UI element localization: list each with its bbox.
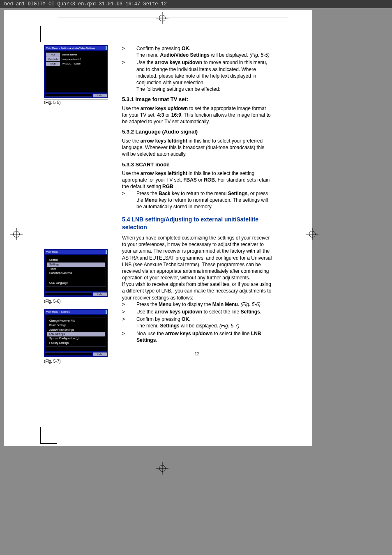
menu-item: Change Receiver PIN — [47, 319, 105, 323]
osd-title: Main Menu ▸ Settings ▸ Audio/Video Setti… — [45, 46, 107, 50]
figure-rule — [44, 298, 108, 298]
heading-5-3-1: 5.3.1 Image format TV set: — [122, 96, 272, 103]
registration-mark-bottom — [156, 462, 168, 474]
bullet-marker: > — [122, 190, 136, 210]
osd-row: RGB TV SCART Mode — [46, 62, 106, 66]
osd-help-label: Help — [93, 94, 107, 97]
bullet-item: > Press the Menu key to display the Main… — [122, 301, 272, 308]
file-header-bar: bed_an1_DIGITY CI_Quark3_en.qxd 31.01.03… — [0, 0, 392, 8]
bullet-marker: > — [122, 330, 136, 343]
bullet-item: > Use the arrow keys up/down to select t… — [122, 309, 272, 315]
osd-help-label: Help — [93, 352, 107, 356]
paragraph: Use the arrow keys up/down to set the ap… — [122, 105, 272, 125]
osd-help-label: Help — [93, 292, 107, 296]
osd-label: Language (audio) — [62, 57, 81, 61]
osd-footer-bar — [45, 352, 92, 355]
bullet-text: Confirm by pressing OK. The menu Setting… — [136, 316, 272, 329]
osd-label: Screen format — [62, 53, 77, 57]
osd-fig-5-7: Main Menu ▸ Settings Change Receiver PIN… — [44, 309, 108, 357]
paragraph: When you have completed customizing the … — [122, 235, 272, 281]
menu-item: Basic Settings — [47, 323, 105, 328]
bullet-marker: > — [122, 309, 136, 315]
left-column: Main Menu ▸ Settings ▸ Audio/Video Setti… — [44, 45, 110, 364]
heading-5-3-2: 5.3.2 Language (Audio signal) — [122, 128, 272, 136]
bullet-text: Press the Menu key to display the Main M… — [136, 301, 272, 308]
osd-fig-5-5: Main Menu ▸ Settings ▸ Audio/Video Setti… — [44, 45, 108, 98]
bullet-item: > Confirm by pressing OK. The menu Setti… — [122, 316, 272, 329]
bullet-text: Use the arrow keys up/down to move aroun… — [136, 59, 272, 92]
bullet-item: > Now use the arrow keys up/down to sele… — [122, 330, 272, 343]
menu-item: Audio/Video Settings — [47, 328, 105, 332]
bullet-text: Press the Back key to return to the menu… — [136, 190, 272, 210]
osd-fig-5-6: Main Menu Search Settings Timer Conditio… — [44, 249, 108, 297]
menu-item: OSD Language — [47, 281, 105, 286]
figure-caption: (Fig. 5-7) — [44, 359, 110, 364]
bullet-marker: > — [122, 45, 136, 58]
registration-mark-left — [10, 228, 23, 240]
osd-label: TV SCART Mode — [62, 62, 81, 66]
menu-item: Conditional Access — [47, 271, 105, 276]
heading-5-3-3: 5.3.3 SCART mode — [122, 161, 272, 168]
menu-item-selected: LNB Settings — [47, 332, 105, 336]
menu-item: System Configuration ⓘ — [47, 336, 105, 341]
crop-mark-tl — [40, 26, 57, 42]
bullet-item: > Confirm by pressing OK. The menu Audio… — [122, 45, 272, 58]
bullet-text: Use the arrow keys up/down to select the… — [136, 309, 272, 315]
heading-5-4: 5.4 LNB setting/Adjusting to external un… — [122, 216, 272, 231]
bullet-marker: > — [122, 301, 136, 308]
figure-caption: (Fig. 5-5) — [44, 100, 110, 106]
osd-title: Main Menu — [45, 250, 107, 254]
menu-item-selected: Settings — [47, 263, 105, 267]
bullet-item: > Press the Back key to return to the me… — [122, 190, 272, 210]
osd-value: 4:3 — [46, 53, 60, 57]
paragraph: Use the arrow keys left/right in this li… — [122, 138, 272, 158]
osd-value: RGB — [46, 62, 60, 66]
paragraph: If you wish to receive signals from othe… — [122, 281, 272, 301]
osd-footer-bar — [45, 94, 92, 97]
osd-value: Deutsch — [46, 57, 60, 61]
registration-mark-right — [306, 228, 318, 240]
osd-row: 4:3 Screen format — [46, 53, 106, 57]
bullet-text: Now use the arrow keys up/down to select… — [136, 330, 272, 343]
paragraph: Use the arrow keys left/right in this li… — [122, 170, 272, 190]
menu-item: Timer — [47, 267, 105, 272]
menu-item: Search — [47, 258, 105, 263]
figure-rule — [44, 358, 108, 358]
registration-mark-top — [156, 12, 168, 24]
bullet-item: > Use the arrow keys up/down to move aro… — [122, 59, 272, 92]
figure-caption: (Fig. 5-6) — [44, 299, 110, 304]
crop-mark-bl — [40, 427, 57, 444]
osd-row: Deutsch Language (audio) — [46, 57, 106, 61]
bullet-marker: > — [122, 316, 136, 329]
crop-rule-top — [58, 18, 288, 18]
bullet-text: Confirm by pressing OK. The menu Audio/V… — [136, 45, 272, 58]
osd-footer-bar — [45, 292, 92, 295]
page: Main Menu ▸ Settings ▸ Audio/Video Setti… — [4, 10, 312, 446]
figure-rule — [44, 99, 108, 99]
osd-title: Main Menu ▸ Settings — [45, 310, 107, 314]
page-number: 12 — [122, 351, 272, 357]
right-column: > Confirm by pressing OK. The menu Audio… — [122, 45, 272, 357]
file-header-text: bed_an1_DIGITY CI_Quark3_en.qxd 31.01.03… — [4, 1, 167, 7]
bullet-marker: > — [122, 59, 136, 92]
menu-item: Factory Settings — [47, 341, 105, 345]
